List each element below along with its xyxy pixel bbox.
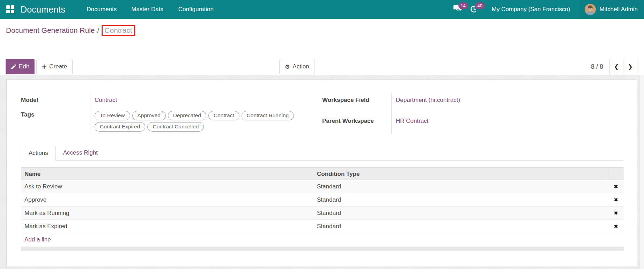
user-name: Mitchell Admin — [599, 6, 638, 13]
delete-row-icon[interactable]: ✖ — [608, 223, 624, 230]
activities-count-badge: 40 — [475, 2, 485, 9]
actions-table: Name Condition Type Ask to Review Standa… — [21, 167, 624, 251]
form-group-right: Workspace Field Department (hr.contract)… — [322, 93, 623, 134]
user-avatar — [585, 4, 596, 15]
pager-next-button[interactable]: ❯ — [623, 59, 637, 74]
app-title[interactable]: Documents — [21, 5, 65, 15]
tab-actions[interactable]: Actions — [21, 146, 56, 161]
action-button-label: Action — [293, 63, 309, 70]
field-label-model: Model — [21, 93, 90, 107]
pager: 8 / 8 ❮ ❯ — [591, 59, 637, 74]
control-panel: Document Generation Rule/Contract Edit C… — [0, 19, 644, 75]
cell-condition-type: Standard — [313, 196, 608, 203]
delete-row-icon[interactable]: ✖ — [608, 210, 624, 216]
tag-pill: To Review — [95, 111, 130, 120]
column-header-delete — [608, 167, 624, 180]
field-value-model[interactable]: Contract — [95, 97, 117, 103]
edit-button-label: Edit — [19, 63, 29, 70]
breadcrumb-current annotation-highlight-box: Contract — [102, 25, 135, 36]
action-button[interactable]: ⚙ Action — [279, 59, 315, 74]
navbar: Documents Documents Master Data Configur… — [0, 0, 644, 19]
pager-previous-button[interactable]: ❮ — [609, 59, 623, 74]
plus-icon — [42, 65, 46, 69]
delete-row-icon[interactable]: ✖ — [608, 197, 624, 203]
messages-count-badge: 14 — [458, 2, 468, 9]
delete-row-icon[interactable]: ✖ — [608, 184, 624, 190]
field-label-workspace-field: Workspace Field — [322, 93, 391, 114]
tab-access-right[interactable]: Access Right — [56, 146, 105, 160]
edit-button[interactable]: Edit — [6, 59, 35, 74]
create-button[interactable]: Create — [36, 59, 73, 74]
menu-configuration[interactable]: Configuration — [171, 0, 221, 19]
chevron-left-icon: ❮ — [614, 63, 619, 70]
cell-name: Mark as Running — [21, 210, 313, 217]
cell-condition-type: Standard — [313, 223, 608, 230]
content-area: Model Contract Tags To Review Approved D… — [0, 75, 644, 269]
field-value-workspace-field[interactable]: Department (hr.contract) — [396, 97, 460, 103]
user-menu[interactable]: Mitchell Admin — [580, 0, 644, 19]
table-header: Name Condition Type — [21, 167, 624, 180]
cell-name: Approve — [21, 196, 313, 203]
tag-pill: Contract Cancelled — [147, 122, 204, 132]
cell-condition-type: Standard — [313, 210, 608, 217]
scrollbar[interactable] — [639, 75, 644, 269]
form-groups: Model Contract Tags To Review Approved D… — [7, 80, 637, 134]
gear-icon: ⚙ — [285, 63, 290, 70]
create-button-label: Create — [49, 63, 67, 70]
breadcrumb: Document Generation Rule/Contract — [6, 25, 135, 36]
notebook-tabs: Actions Access Right — [21, 146, 623, 161]
column-header-condition-type[interactable]: Condition Type — [313, 171, 608, 178]
table-footer-bar — [21, 247, 624, 251]
navbar-menus: Documents Master Data Configuration — [79, 0, 221, 19]
apps-grid-icon[interactable] — [6, 5, 15, 14]
activities-clock-icon[interactable]: 40 — [470, 5, 479, 14]
pager-value: 8 / 8 — [591, 63, 603, 70]
tag-pill: Contract Expired — [95, 122, 145, 132]
table-row[interactable]: Mark as Running Standard ✖ — [21, 207, 624, 220]
form-sheet: Model Contract Tags To Review Approved D… — [6, 79, 637, 267]
add-a-line-link[interactable]: Add a line — [24, 236, 51, 243]
tag-pill: Contract Running — [242, 111, 294, 120]
navbar-right: 14 40 My Company (San Francisco) M — [453, 0, 644, 19]
menu-master-data[interactable]: Master Data — [124, 0, 171, 19]
tag-pill: Approved — [132, 111, 166, 120]
menu-documents[interactable]: Documents — [79, 0, 124, 19]
button-row: Edit Create ⚙ Action 8 / 8 ❮ ❯ — [0, 59, 644, 74]
cell-name: Mark as Expired — [21, 223, 313, 230]
company-switcher[interactable]: My Company (San Francisco) — [492, 6, 570, 13]
field-value-parent-workspace[interactable]: HR Contract — [396, 118, 429, 124]
tag-pill: Contract — [208, 111, 239, 120]
form-group-left: Model Contract Tags To Review Approved D… — [21, 93, 322, 134]
column-header-name[interactable]: Name — [21, 171, 313, 178]
breadcrumb-parent-link[interactable]: Document Generation Rule — [6, 26, 95, 34]
field-label-tags: Tags — [21, 107, 90, 134]
table-row[interactable]: Ask to Review Standard ✖ — [21, 180, 624, 193]
tags-list: To Review Approved Deprecated Contract C… — [95, 110, 322, 132]
add-a-line-row: Add a line — [21, 233, 624, 246]
cell-condition-type: Standard — [313, 183, 608, 190]
pencil-icon — [11, 64, 16, 69]
tag-pill: Deprecated — [168, 111, 206, 120]
table-row[interactable]: Approve Standard ✖ — [21, 193, 624, 207]
breadcrumb-separator: / — [97, 26, 99, 34]
cell-name: Ask to Review — [21, 183, 313, 190]
chevron-right-icon: ❯ — [628, 63, 632, 70]
messages-icon[interactable]: 14 — [453, 5, 462, 14]
field-label-parent-workspace: Parent Workspace — [322, 114, 391, 135]
table-row[interactable]: Mark as Expired Standard ✖ — [21, 220, 624, 233]
